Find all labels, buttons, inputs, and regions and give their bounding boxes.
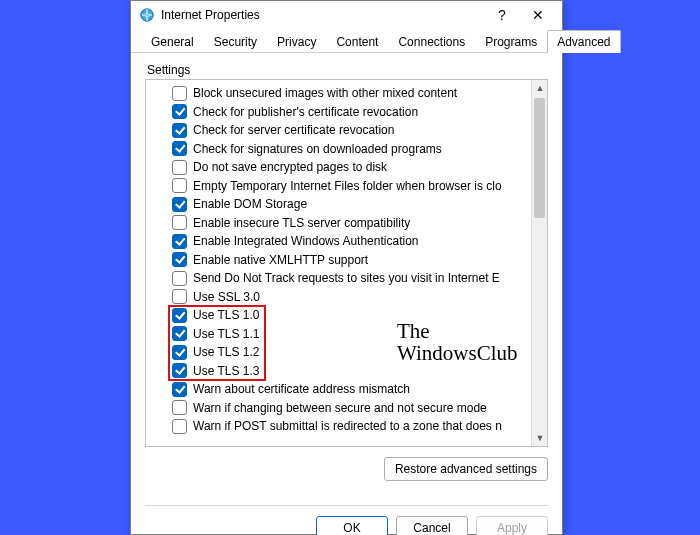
settings-row-label: Block unsecured images with other mixed … <box>193 86 457 100</box>
checkbox[interactable] <box>172 289 187 304</box>
settings-listbox: Block unsecured images with other mixed … <box>145 79 548 447</box>
tab-privacy[interactable]: Privacy <box>267 30 326 53</box>
settings-row[interactable]: Use TLS 1.0 <box>152 306 529 325</box>
checkbox[interactable] <box>172 326 187 341</box>
checkbox[interactable] <box>172 271 187 286</box>
checkbox[interactable] <box>172 382 187 397</box>
settings-row-label: Use SSL 3.0 <box>193 290 260 304</box>
tab-programs[interactable]: Programs <box>475 30 547 53</box>
settings-row-label: Check for publisher's certificate revoca… <box>193 105 418 119</box>
settings-row-label: Send Do Not Track requests to sites you … <box>193 271 500 285</box>
settings-row[interactable]: Enable DOM Storage <box>152 195 529 214</box>
settings-row[interactable]: Use TLS 1.1 <box>152 325 529 344</box>
settings-row-label: Use TLS 1.0 <box>193 308 259 322</box>
checkbox[interactable] <box>172 400 187 415</box>
settings-row[interactable]: Send Do Not Track requests to sites you … <box>152 269 529 288</box>
checkbox[interactable] <box>172 86 187 101</box>
scroll-thumb[interactable] <box>534 98 545 218</box>
checkbox[interactable] <box>172 419 187 434</box>
settings-row-label: Warn if POST submittal is redirected to … <box>193 419 502 433</box>
settings-row-label: Check for server certificate revocation <box>193 123 394 137</box>
settings-row[interactable]: Warn if changing between secure and not … <box>152 399 529 418</box>
checkbox[interactable] <box>172 215 187 230</box>
settings-row[interactable]: Enable native XMLHTTP support <box>152 251 529 270</box>
settings-row[interactable]: Do not save encrypted pages to disk <box>152 158 529 177</box>
tab-content[interactable]: Content <box>326 30 388 53</box>
settings-row-label: Enable DOM Storage <box>193 197 307 211</box>
tab-connections[interactable]: Connections <box>388 30 475 53</box>
settings-row[interactable]: Check for server certificate revocation <box>152 121 529 140</box>
tab-security[interactable]: Security <box>204 30 267 53</box>
settings-row-label: Enable Integrated Windows Authentication <box>193 234 418 248</box>
apply-button[interactable]: Apply <box>476 516 548 535</box>
settings-row-label: Do not save encrypted pages to disk <box>193 160 387 174</box>
settings-row[interactable]: Enable Integrated Windows Authentication <box>152 232 529 251</box>
checkbox[interactable] <box>172 141 187 156</box>
settings-row-label: Use TLS 1.1 <box>193 327 259 341</box>
checkbox[interactable] <box>172 234 187 249</box>
scroll-down-icon[interactable]: ▼ <box>532 430 548 446</box>
internet-properties-dialog: Internet Properties ? ✕ GeneralSecurityP… <box>130 0 563 535</box>
settings-row[interactable]: Enable insecure TLS server compatibility <box>152 214 529 233</box>
titlebar: Internet Properties ? ✕ <box>131 1 562 29</box>
checkbox[interactable] <box>172 160 187 175</box>
checkbox[interactable] <box>172 308 187 323</box>
checkbox[interactable] <box>172 123 187 138</box>
close-button[interactable]: ✕ <box>520 1 556 29</box>
settings-row[interactable]: Check for signatures on downloaded progr… <box>152 140 529 159</box>
checkbox[interactable] <box>172 178 187 193</box>
checkbox[interactable] <box>172 104 187 119</box>
restore-advanced-settings-button[interactable]: Restore advanced settings <box>384 457 548 481</box>
settings-row-label: Use TLS 1.3 <box>193 364 259 378</box>
settings-row[interactable]: Check for publisher's certificate revoca… <box>152 103 529 122</box>
settings-scrollbar[interactable]: ▲ ▼ <box>531 80 547 446</box>
settings-row[interactable]: Warn about certificate address mismatch <box>152 380 529 399</box>
settings-row-label: Enable insecure TLS server compatibility <box>193 216 410 230</box>
help-button[interactable]: ? <box>484 1 520 29</box>
dialog-button-row: OK Cancel Apply <box>131 506 562 535</box>
settings-row[interactable]: Use TLS 1.2 <box>152 343 529 362</box>
internet-options-icon <box>139 7 155 23</box>
window-title: Internet Properties <box>161 8 484 22</box>
checkbox[interactable] <box>172 197 187 212</box>
settings-row-label: Check for signatures on downloaded progr… <box>193 142 442 156</box>
settings-row[interactable]: Block unsecured images with other mixed … <box>152 84 529 103</box>
tab-general[interactable]: General <box>141 30 204 53</box>
checkbox[interactable] <box>172 363 187 378</box>
settings-row-label: Empty Temporary Internet Files folder wh… <box>193 179 502 193</box>
scroll-up-icon[interactable]: ▲ <box>532 80 548 96</box>
checkbox[interactable] <box>172 252 187 267</box>
settings-row[interactable]: Use TLS 1.3 <box>152 362 529 381</box>
settings-row-label: Use TLS 1.2 <box>193 345 259 359</box>
settings-section-label: Settings <box>147 63 548 77</box>
settings-row-label: Warn if changing between secure and not … <box>193 401 487 415</box>
cancel-button[interactable]: Cancel <box>396 516 468 535</box>
ok-button[interactable]: OK <box>316 516 388 535</box>
settings-row[interactable]: Use SSL 3.0 <box>152 288 529 307</box>
checkbox[interactable] <box>172 345 187 360</box>
settings-row[interactable]: Warn if POST submittal is redirected to … <box>152 417 529 436</box>
settings-row[interactable]: Empty Temporary Internet Files folder wh… <box>152 177 529 196</box>
settings-row-label: Enable native XMLHTTP support <box>193 253 368 267</box>
settings-row-label: Warn about certificate address mismatch <box>193 382 410 396</box>
tab-advanced[interactable]: Advanced <box>547 30 620 53</box>
tab-row: GeneralSecurityPrivacyContentConnections… <box>131 29 562 53</box>
